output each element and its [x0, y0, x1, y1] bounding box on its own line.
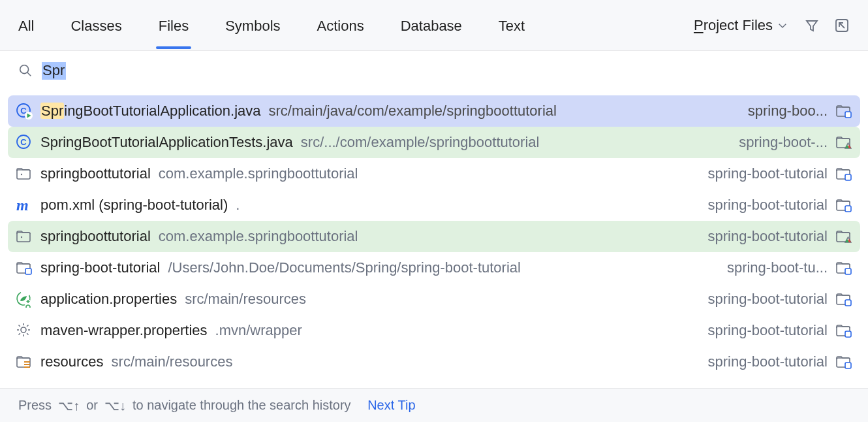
search-everywhere-dialog: AllClassesFilesSymbolsActionsDatabaseTex… — [0, 0, 868, 422]
search-row: Spr — [0, 51, 868, 90]
tab-database[interactable]: Database — [401, 2, 462, 49]
maven-icon — [16, 197, 33, 214]
filter-icon[interactable] — [804, 18, 820, 33]
result-module: spring-boot-tutorial — [708, 291, 828, 308]
folder-mod-icon — [835, 353, 852, 370]
result-name: resources — [40, 353, 104, 370]
tabs-bar: AllClassesFilesSymbolsActionsDatabaseTex… — [0, 0, 868, 51]
result-name: application.properties — [40, 291, 177, 308]
footer-hint: Press ⌥↑ or ⌥↓ to navigate through the s… — [0, 388, 868, 422]
search-input[interactable]: Spr — [42, 62, 66, 79]
result-path: src/main/java/com/example/springboottuto… — [269, 103, 557, 120]
result-row[interactable]: pom.xml (spring-boot-tutorial).spring-bo… — [8, 189, 860, 221]
folder-mod-icon — [835, 165, 852, 182]
tabs-container: AllClassesFilesSymbolsActionsDatabaseTex… — [18, 2, 655, 49]
result-module: spring-boot-... — [739, 134, 828, 151]
result-module: spring-boot-tutorial — [708, 165, 828, 182]
scope-mnemonic: P — [694, 17, 704, 33]
folder-icon — [16, 165, 33, 182]
result-row[interactable]: SpringBootTutorialApplicationTests.javas… — [8, 127, 860, 158]
key-next: ⌥↓ — [104, 398, 126, 414]
folder-mod-icon — [835, 322, 852, 339]
folder-mod-icon — [835, 291, 852, 308]
chevron-down-icon — [777, 20, 788, 31]
result-path: src/main/resources — [112, 353, 233, 370]
tab-all[interactable]: All — [18, 2, 34, 49]
result-row[interactable]: springboottutorialcom.example.springboot… — [8, 221, 860, 252]
result-module: spring-boot-tu... — [727, 259, 828, 276]
folder-mod-icon — [835, 259, 852, 276]
result-name: springboottutorial — [40, 228, 151, 245]
result-path: .mvn/wrapper — [215, 322, 302, 339]
result-row[interactable]: resourcessrc/main/resourcesspring-boot-t… — [8, 346, 860, 378]
tab-symbols[interactable]: Symbols — [225, 2, 280, 49]
spring-icon — [16, 291, 33, 308]
result-name: pom.xml (spring-boot-tutorial) — [40, 197, 228, 214]
result-path: com.example.springboottutorial — [159, 228, 358, 245]
result-name: springboottutorial — [40, 165, 151, 182]
folder-mod-icon — [16, 259, 33, 276]
result-row[interactable]: spring-boot-tutorial/Users/John.Doe/Docu… — [8, 252, 860, 284]
hint-mid: or — [86, 398, 98, 413]
folder-res-icon — [16, 353, 33, 370]
scope-label-rest: roject Files — [704, 17, 773, 33]
result-name: maven-wrapper.properties — [40, 322, 208, 339]
result-module: spring-boot-tutorial — [708, 228, 828, 245]
result-module: spring-boot-tutorial — [708, 322, 828, 339]
result-module: spring-boot-tutorial — [708, 197, 828, 214]
result-row[interactable]: maven-wrapper.properties.mvn/wrapperspri… — [8, 315, 860, 346]
result-path: src/.../com/example/springboottutorial — [301, 134, 540, 151]
hint-before: Press — [18, 398, 52, 413]
result-row[interactable]: springboottutorialcom.example.springboot… — [8, 158, 860, 189]
result-row[interactable]: SpringBootTutorialApplication.javasrc/ma… — [8, 95, 860, 127]
scope-selector[interactable]: Project Files — [694, 17, 788, 34]
class-icon — [16, 134, 33, 151]
folder-red-icon — [835, 134, 852, 151]
tab-text[interactable]: Text — [499, 2, 525, 49]
hint-after: to navigate through the search history — [132, 398, 351, 413]
folder-mod-icon — [835, 103, 852, 120]
tab-actions[interactable]: Actions — [317, 2, 364, 49]
folder-red-icon — [835, 228, 852, 245]
result-name: SpringBootTutorialApplication.java — [40, 103, 261, 120]
search-icon — [18, 63, 33, 78]
result-row[interactable]: application.propertiessrc/main/resources… — [8, 284, 860, 315]
result-path: src/main/resources — [185, 291, 306, 308]
result-module: spring-boo... — [748, 103, 828, 120]
result-name: SpringBootTutorialApplicationTests.java — [40, 134, 293, 151]
folder-icon — [16, 228, 33, 245]
result-name: spring-boot-tutorial — [40, 259, 160, 276]
results-list: SpringBootTutorialApplication.javasrc/ma… — [0, 90, 868, 388]
key-prev: ⌥↑ — [58, 398, 80, 414]
next-tip-link[interactable]: Next Tip — [367, 398, 415, 413]
tab-classes[interactable]: Classes — [70, 2, 121, 49]
result-path: /Users/John.Doe/Documents/Spring/spring-… — [168, 259, 520, 276]
tab-files[interactable]: Files — [159, 2, 189, 49]
result-path: com.example.springboottutorial — [159, 165, 358, 182]
top-icons — [804, 18, 850, 33]
result-path: . — [236, 197, 240, 214]
pin-icon[interactable] — [834, 18, 850, 33]
folder-mod-icon — [835, 197, 852, 214]
class-run-icon — [16, 103, 33, 120]
result-module: spring-boot-tutorial — [708, 353, 828, 370]
gear-icon — [16, 322, 33, 339]
